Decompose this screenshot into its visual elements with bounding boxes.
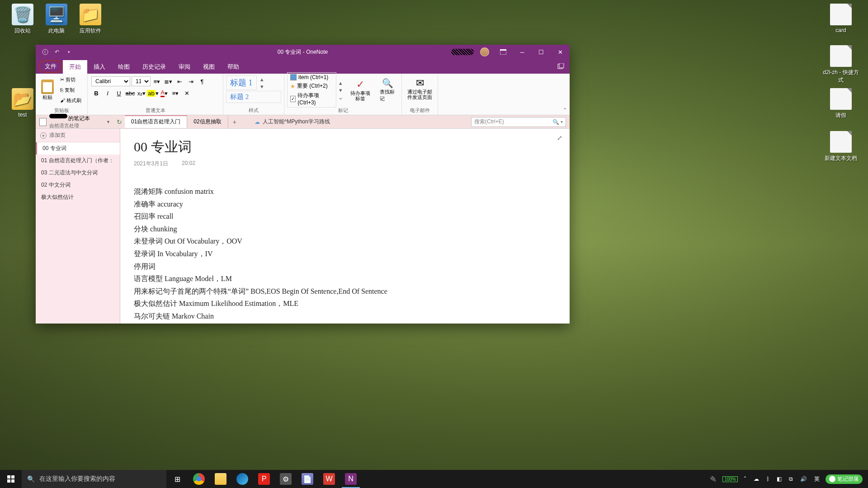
page-title[interactable]: 00 专业词 (134, 138, 556, 156)
desktop-apps-folder[interactable]: 📁 应用软件 (72, 4, 108, 35)
tab-review[interactable]: 审阅 (172, 60, 197, 74)
pdf-button[interactable]: P (253, 470, 275, 488)
section-tab-2[interactable]: 02信息抽取 (187, 116, 228, 128)
tab-draw[interactable]: 绘图 (112, 60, 136, 74)
underline-button[interactable]: U (114, 88, 124, 98)
note-app-badge[interactable]: 笔记部落 (826, 474, 863, 484)
page-date[interactable]: 2021年3月1日 (134, 160, 168, 168)
bluetooth-icon[interactable]: ᛒ (765, 476, 771, 482)
page-item-0[interactable]: 00 专业词 (36, 142, 120, 155)
desktop-card-file[interactable]: card (823, 4, 859, 33)
outdent-button[interactable]: ⇤ (175, 76, 184, 86)
paragraph-button[interactable]: ¶ (197, 76, 207, 86)
tags-down[interactable]: ▾ (338, 87, 344, 93)
style-heading1[interactable]: 标题 1 (226, 75, 257, 90)
format-painter-button[interactable]: 🖌格式刷 (58, 96, 84, 105)
style-down[interactable]: ▾ (259, 83, 265, 89)
explorer-button[interactable] (210, 470, 231, 488)
wps-button[interactable]: W (318, 470, 340, 488)
network-icon[interactable]: ⧉ (788, 476, 794, 482)
section-tab-1[interactable]: 01自然语言处理入门 (125, 115, 187, 128)
onedrive-icon[interactable]: ☁ (752, 476, 760, 482)
start-button[interactable] (0, 470, 22, 488)
tab-home[interactable]: 开始 (63, 60, 87, 74)
style-up[interactable]: ▴ (259, 76, 265, 82)
tab-help[interactable]: 帮助 (221, 60, 245, 74)
undo-button[interactable]: ↶ (53, 48, 61, 56)
find-tags-button[interactable]: 🔍 查找标记 (377, 76, 399, 104)
chevron-down-icon[interactable]: ▾ (561, 119, 563, 124)
desktop-newtxt-file[interactable]: 新建文本文档 (823, 131, 859, 162)
italic-button[interactable]: I (103, 88, 113, 98)
font-name-select[interactable]: Calibri (91, 76, 130, 86)
bold-button[interactable]: B (91, 88, 101, 98)
edge-button[interactable] (231, 470, 253, 488)
tag-item[interactable]: item (Ctrl+1) (288, 74, 335, 81)
chrome-button[interactable] (188, 470, 210, 488)
maximize-button[interactable]: ☐ (532, 45, 551, 59)
tab-file[interactable]: 文件 (38, 60, 63, 73)
close-button[interactable]: ✕ (551, 45, 570, 59)
ime-indicator[interactable]: 英 (813, 475, 821, 483)
add-section-button[interactable]: + (228, 118, 241, 126)
volume-icon[interactable]: 🔊 (799, 476, 808, 482)
tab-view[interactable]: 视图 (197, 60, 221, 74)
sync-button[interactable]: ↻ (114, 118, 125, 126)
note-line[interactable]: 召回率 recall (134, 211, 556, 222)
highlight-button[interactable]: ab▾ (148, 88, 158, 98)
tray-app-icon[interactable]: ◧ (775, 476, 783, 482)
app1-button[interactable]: ⚙ (275, 470, 297, 488)
titlebar[interactable]: ↶ ▾ 00 专业词 - OneNote ─ ☐ ✕ (36, 45, 570, 59)
desktop-test-folder[interactable]: 📂 test (5, 88, 41, 118)
note-line[interactable]: 未登录词 Out Of Vocabulary，OOV (134, 235, 556, 247)
tags-more[interactable]: ⌄ (338, 94, 344, 100)
email-page-button[interactable]: ✉ 通过电子邮件发送页面 (405, 75, 435, 102)
paste-button[interactable]: 粘贴 (38, 78, 57, 103)
note-line[interactable]: 语言模型 Language Model，LM (134, 273, 556, 285)
align-button[interactable]: ≡▾ (170, 88, 180, 98)
page-item-2[interactable]: 03 二元语法与中文分词 (36, 167, 120, 179)
numbering-button[interactable]: ≣▾ (163, 76, 173, 86)
page-item-1[interactable]: 01 自然语言处理入门（作者： (36, 155, 120, 167)
qat-dropdown[interactable]: ▾ (65, 48, 73, 56)
back-button[interactable] (41, 48, 49, 56)
minimize-button[interactable]: ─ (513, 45, 532, 59)
note-line[interactable]: 极大似然估计 Maximum Likelihood Estimation，MLE (134, 298, 556, 310)
cut-button[interactable]: ✂剪切 (58, 75, 84, 84)
note-line[interactable]: 登录词 In Vocabulary，IV (134, 248, 556, 260)
clear-format-button[interactable]: ✕ (182, 88, 192, 98)
tab-insert[interactable]: 插入 (87, 60, 112, 74)
strikethrough-button[interactable]: abc (125, 88, 135, 98)
ribbon-mode-button[interactable] (494, 45, 513, 59)
note-line[interactable]: 混淆矩阵 confusion matrix (134, 186, 556, 197)
indent-button[interactable]: ⇥ (186, 76, 196, 86)
power-icon[interactable]: 🔌 (708, 476, 718, 482)
desktop-recycle-bin[interactable]: 🗑️ 回收站 (5, 4, 41, 35)
page-canvas[interactable]: ⤢ 00 专业词 2021年3月1日 20:02 混淆矩阵 confusion … (120, 129, 570, 324)
note-line[interactable]: 马尔可夫链 Markov Chain (134, 310, 556, 322)
app2-button[interactable]: 📄 (297, 470, 318, 488)
note-line[interactable]: 准确率 accuracy (134, 198, 556, 210)
user-avatar[interactable] (480, 47, 489, 56)
tag-important[interactable]: ★重要 (Ctrl+2) (288, 82, 335, 90)
tab-history[interactable]: 历史记录 (136, 60, 172, 74)
tag-todo[interactable]: ✓待办事项 (Ctrl+3) (288, 91, 335, 106)
collapse-ribbon-button[interactable]: ⌃ (563, 107, 567, 113)
note-line[interactable]: 分块 chunking (134, 223, 556, 235)
notebook-selector[interactable]: 的笔记本 自然语言处理 ▼ (36, 115, 114, 129)
page-item-3[interactable]: 02 中文分词 (36, 179, 120, 191)
desktop-this-pc[interactable]: 🖥️ 此电脑 (38, 4, 75, 35)
desktop-leave-file[interactable]: 请假 (823, 88, 859, 119)
bullets-button[interactable]: ≡▾ (152, 76, 162, 86)
share-button[interactable] (556, 62, 565, 71)
battery-indicator[interactable]: 100% (722, 476, 738, 482)
tags-up[interactable]: ▴ (338, 80, 344, 86)
page-time[interactable]: 20:02 (182, 160, 195, 168)
subscript-button[interactable]: x₂▾ (137, 88, 146, 98)
related-link[interactable]: ☁ 人工智能^MPython学习路线 (255, 118, 330, 126)
note-line[interactable]: 停用词 (134, 261, 556, 272)
style-heading2[interactable]: 标题 2 (226, 91, 281, 103)
tray-chevron[interactable]: ˄ (742, 476, 748, 482)
page-item-4[interactable]: 极大似然估计 (36, 191, 120, 203)
note-line[interactable]: 用来标记句子首尾的两个特殊“单词” BOS,EOS Begin Of Sente… (134, 286, 556, 297)
